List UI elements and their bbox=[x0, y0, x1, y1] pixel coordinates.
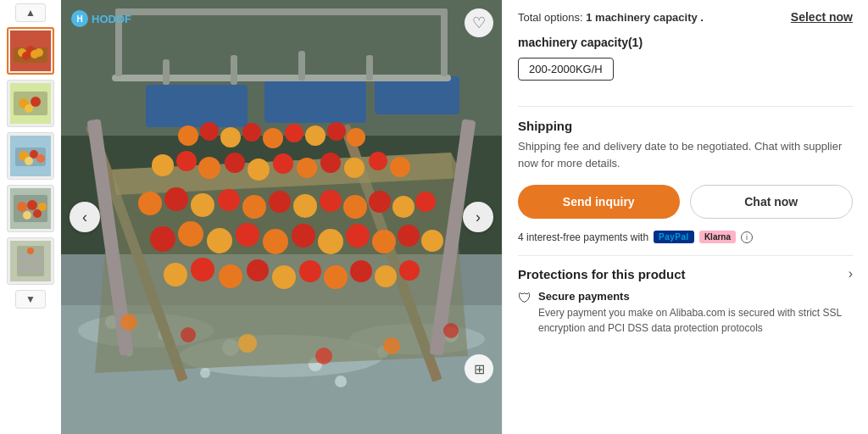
svg-point-85 bbox=[191, 193, 214, 217]
svg-rect-27 bbox=[19, 254, 42, 261]
svg-point-22 bbox=[38, 203, 47, 211]
select-now-link[interactable]: Select now bbox=[791, 10, 853, 24]
thumbnail-5[interactable] bbox=[7, 237, 54, 285]
svg-point-67 bbox=[263, 128, 283, 148]
thumb-down-button[interactable]: ▼ bbox=[15, 290, 46, 309]
paypal-badge: PayPal bbox=[654, 231, 694, 243]
thumbnail-4[interactable] bbox=[7, 185, 54, 232]
svg-point-101 bbox=[318, 229, 343, 254]
product-watermark: H HODOF bbox=[71, 10, 131, 27]
svg-point-117 bbox=[181, 327, 196, 342]
svg-point-112 bbox=[324, 265, 348, 289]
svg-point-6 bbox=[31, 50, 39, 58]
svg-point-107 bbox=[191, 258, 214, 281]
svg-point-120 bbox=[383, 337, 400, 354]
svg-point-118 bbox=[238, 334, 257, 353]
protections-row[interactable]: Protections for this product › bbox=[518, 255, 853, 281]
svg-rect-50 bbox=[146, 85, 248, 127]
svg-point-29 bbox=[27, 248, 34, 254]
svg-point-78 bbox=[297, 158, 317, 178]
thumbnail-strip: ▲ bbox=[0, 0, 61, 434]
svg-point-99 bbox=[263, 229, 288, 254]
svg-point-97 bbox=[207, 228, 232, 253]
svg-point-64 bbox=[200, 122, 219, 141]
svg-point-79 bbox=[320, 153, 341, 173]
svg-point-11 bbox=[25, 104, 33, 113]
thumbnail-3[interactable] bbox=[7, 132, 54, 180]
svg-point-75 bbox=[225, 153, 245, 173]
payment-info-icon[interactable]: i bbox=[741, 231, 753, 243]
svg-rect-51 bbox=[264, 81, 366, 123]
capacity-label: machinery capacity(1) bbox=[518, 36, 853, 49]
svg-point-106 bbox=[164, 263, 187, 287]
svg-point-45 bbox=[335, 376, 347, 387]
svg-rect-55 bbox=[231, 55, 237, 85]
action-buttons-row: Send inquiry Chat now bbox=[518, 185, 853, 219]
svg-point-66 bbox=[242, 123, 261, 142]
svg-rect-59 bbox=[441, 8, 448, 76]
svg-point-121 bbox=[443, 323, 459, 338]
svg-point-74 bbox=[198, 157, 220, 179]
svg-rect-28 bbox=[19, 264, 42, 271]
thumbnail-1[interactable] bbox=[7, 27, 54, 75]
protections-chevron-icon[interactable]: › bbox=[849, 266, 853, 281]
svg-point-73 bbox=[176, 151, 197, 171]
svg-point-109 bbox=[247, 259, 269, 281]
svg-point-84 bbox=[164, 187, 188, 211]
shield-icon: 🛡 bbox=[518, 291, 531, 306]
svg-point-77 bbox=[273, 153, 293, 174]
chat-now-button[interactable]: Chat now bbox=[690, 185, 854, 219]
klarna-badge: Klarna bbox=[699, 231, 736, 243]
divider-1 bbox=[518, 106, 853, 107]
payment-text: 4 interest-free payments with bbox=[518, 231, 648, 243]
main-image-area: H HODOF ♡ ⊞ ‹ › bbox=[61, 0, 502, 434]
svg-point-80 bbox=[344, 158, 364, 178]
svg-point-5 bbox=[22, 52, 31, 60]
svg-point-81 bbox=[369, 152, 387, 170]
svg-point-108 bbox=[219, 264, 242, 288]
svg-point-21 bbox=[27, 200, 37, 210]
prev-image-button[interactable]: ‹ bbox=[70, 202, 100, 232]
svg-rect-56 bbox=[298, 51, 305, 81]
svg-point-83 bbox=[138, 192, 162, 215]
svg-point-10 bbox=[31, 97, 41, 107]
svg-point-76 bbox=[248, 159, 270, 181]
svg-point-119 bbox=[315, 348, 332, 364]
svg-point-68 bbox=[285, 124, 303, 142]
svg-point-93 bbox=[392, 196, 415, 218]
scan-button[interactable]: ⊞ bbox=[465, 354, 493, 383]
svg-point-16 bbox=[25, 157, 33, 165]
payment-options-row: 4 interest-free payments with PayPal Kla… bbox=[518, 231, 853, 243]
svg-point-69 bbox=[305, 125, 326, 146]
capacity-option-button[interactable]: 200-2000KG/H bbox=[518, 58, 614, 81]
svg-point-71 bbox=[347, 128, 365, 147]
svg-point-20 bbox=[17, 202, 27, 212]
svg-rect-52 bbox=[375, 76, 459, 114]
svg-point-105 bbox=[421, 230, 443, 252]
secure-payments-content: Secure payments Every payment you make o… bbox=[538, 290, 853, 336]
thumbnail-2[interactable] bbox=[7, 80, 54, 127]
svg-point-70 bbox=[327, 122, 346, 141]
svg-point-86 bbox=[218, 189, 240, 211]
send-inquiry-button[interactable]: Send inquiry bbox=[518, 185, 680, 219]
svg-point-115 bbox=[399, 260, 420, 281]
svg-point-92 bbox=[369, 191, 391, 213]
svg-point-24 bbox=[33, 209, 42, 218]
svg-point-111 bbox=[299, 260, 321, 282]
svg-point-91 bbox=[343, 195, 367, 219]
product-panel: Total options: 1 machinery capacity . Se… bbox=[502, 0, 868, 434]
svg-rect-57 bbox=[366, 55, 373, 81]
svg-point-94 bbox=[415, 192, 436, 212]
watermark-logo-icon: H bbox=[71, 10, 88, 27]
svg-point-63 bbox=[178, 125, 198, 146]
svg-point-72 bbox=[152, 154, 174, 176]
svg-point-113 bbox=[350, 260, 372, 282]
wishlist-button[interactable]: ♡ bbox=[465, 8, 493, 37]
svg-rect-54 bbox=[163, 59, 170, 85]
secure-payments-section: 🛡 Secure payments Every payment you make… bbox=[518, 290, 853, 336]
next-image-button[interactable]: › bbox=[463, 202, 493, 232]
total-options-row: Total options: 1 machinery capacity . Se… bbox=[518, 10, 853, 24]
svg-point-89 bbox=[293, 194, 317, 218]
svg-point-114 bbox=[375, 265, 397, 287]
thumb-up-button[interactable]: ▲ bbox=[15, 3, 46, 22]
